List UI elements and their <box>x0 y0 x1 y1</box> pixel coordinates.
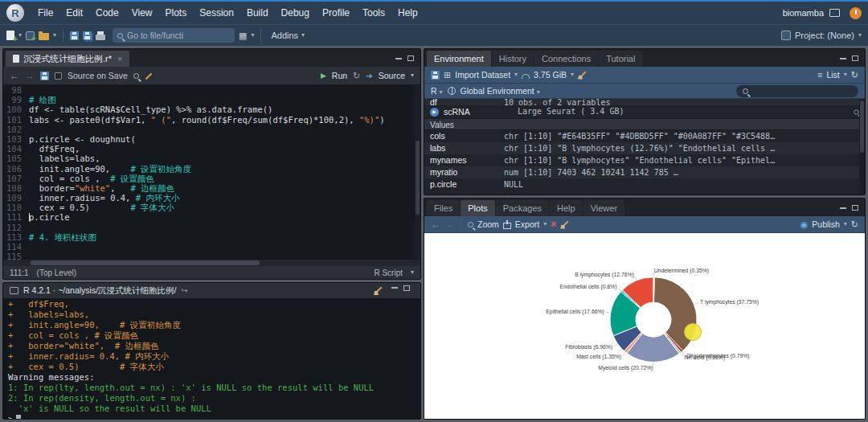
tab-history[interactable]: History <box>492 51 534 67</box>
save-file-icon[interactable] <box>40 72 49 80</box>
close-tab-icon[interactable]: × <box>117 54 122 64</box>
editor-hscrollbar[interactable] <box>3 260 420 266</box>
source-on-save-checkbox[interactable] <box>55 72 62 80</box>
save-workspace-icon[interactable] <box>431 71 440 80</box>
inspect-object-icon[interactable] <box>854 109 858 114</box>
save-icon[interactable] <box>70 31 79 40</box>
power-button[interactable] <box>850 7 862 19</box>
env-row-partial[interactable]: df 10 obs. of 2 variables <box>424 99 865 105</box>
code-line[interactable]: 101labs <- paste0(df$Var1, " (", round(d… <box>3 115 420 125</box>
code-line[interactable]: 115 <box>3 252 420 260</box>
caret-down-icon[interactable]: ▾ <box>411 269 414 276</box>
env-row-scrna[interactable]: ▶ scRNA Large Seurat ( 3.4 GB) <box>424 105 865 118</box>
tab-files[interactable]: Files <box>427 200 460 216</box>
code-editor[interactable]: 9899# 绘图100df <- table(scRNA$Cell_type) … <box>3 85 420 260</box>
scrollbar-thumb[interactable] <box>31 260 260 265</box>
caret-down-icon[interactable]: ▾ <box>844 221 847 227</box>
addins-menu[interactable]: Addins ▾ <box>268 29 308 42</box>
import-dataset-button[interactable]: Import Dataset <box>455 70 510 80</box>
previous-plot-icon[interactable]: ← <box>431 219 440 229</box>
publish-button[interactable]: Publish <box>812 219 839 229</box>
env-row-myratio[interactable]: myrationum [1:10] 7403 462 10241 1142 78… <box>424 166 865 178</box>
code-line[interactable]: 99# 绘图 <box>3 95 420 104</box>
env-row-labs[interactable]: labschr [1:10] "B lymphocytes (12.76%)" … <box>424 142 865 154</box>
open-directory-icon[interactable]: ↪ <box>182 286 188 295</box>
goto-file-box[interactable] <box>113 28 235 43</box>
menu-plots[interactable]: Plots <box>160 5 193 21</box>
code-line[interactable]: 113# 4. 堆积柱状图 <box>3 232 420 242</box>
minimize-pane-icon[interactable] <box>395 58 402 59</box>
menu-session[interactable]: Session <box>194 5 240 21</box>
print-icon[interactable] <box>96 35 105 40</box>
caret-down-icon[interactable]: ▾ <box>844 72 847 78</box>
code-line[interactable]: 111p.circle <box>3 212 420 222</box>
clear-all-plots-icon[interactable] <box>560 220 569 229</box>
expand-object-icon[interactable]: ▶ <box>430 108 439 117</box>
scope-indicator[interactable]: (Top Level) <box>37 268 76 277</box>
tab-viewer[interactable]: Viewer <box>583 200 624 216</box>
code-line[interactable]: 100df <- table(scRNA$Cell_type) %>% as.d… <box>3 104 420 114</box>
menu-help[interactable]: Help <box>392 5 424 21</box>
editor-vscrollbar[interactable] <box>415 85 420 260</box>
run-button[interactable]: Run <box>332 71 347 80</box>
list-view-button[interactable]: List <box>826 70 839 80</box>
remove-plot-icon[interactable]: × <box>551 219 556 229</box>
code-line[interactable]: 106 init.angle=90, # 设置初始角度 <box>3 164 420 174</box>
menu-file[interactable]: File <box>32 5 59 21</box>
tab-source-file[interactable]: 沉浸式统计细胞比例.r* × <box>6 51 129 67</box>
env-row-p.circle[interactable]: p.circleNULL <box>424 178 865 191</box>
open-file-icon[interactable] <box>39 33 49 40</box>
menu-build[interactable]: Build <box>241 5 274 21</box>
caret-down-icon[interactable]: ▾ <box>411 72 414 79</box>
menu-edit[interactable]: Edit <box>60 5 88 21</box>
caret-down-icon[interactable]: ▾ <box>514 72 518 78</box>
menu-view[interactable]: View <box>126 5 158 21</box>
tab-tutorial[interactable]: Tutorial <box>599 51 642 67</box>
tab-environment[interactable]: Environment <box>427 51 491 67</box>
caret-down-icon[interactable]: ▾ <box>858 32 862 39</box>
pane-layout-icon[interactable]: ▦ <box>239 31 247 41</box>
menu-profile[interactable]: Profile <box>317 5 355 21</box>
code-line[interactable]: 108 border="white", # 边框颜色 <box>3 183 420 193</box>
rerun-icon[interactable]: ↻ <box>353 71 360 81</box>
back-icon[interactable]: ← <box>10 71 19 80</box>
environment-scope-selector[interactable]: Global Environment ▾ <box>461 86 540 96</box>
code-line[interactable]: 107 col = cols , # 设置颜色 <box>3 174 420 183</box>
refresh-plot-icon[interactable]: ↻ <box>851 219 858 230</box>
tab-connections[interactable]: Connections <box>534 51 598 67</box>
clear-workspace-icon[interactable] <box>578 71 587 80</box>
caret-down-icon[interactable]: ▾ <box>251 32 254 39</box>
code-line[interactable]: 112 <box>3 223 420 232</box>
minimize-pane-icon[interactable] <box>840 58 846 59</box>
source-button[interactable]: Source <box>379 71 405 80</box>
minimize-pane-icon[interactable] <box>840 207 846 209</box>
clear-console-icon[interactable] <box>374 286 383 295</box>
forward-icon[interactable]: → <box>25 71 35 80</box>
caret-down-icon[interactable]: ▾ <box>543 221 547 227</box>
environment-search-input[interactable] <box>752 87 849 96</box>
tab-help[interactable]: Help <box>550 200 583 216</box>
code-tools-icon[interactable] <box>145 72 154 80</box>
code-line[interactable]: 102 <box>3 125 420 134</box>
menu-debug[interactable]: Debug <box>276 5 315 21</box>
export-button[interactable]: Export <box>515 219 539 229</box>
new-project-icon[interactable] <box>26 31 35 40</box>
code-line[interactable]: 105 labels=labs, <box>3 154 420 163</box>
find-replace-icon[interactable] <box>133 73 139 79</box>
next-plot-icon[interactable]: → <box>444 219 454 229</box>
language-selector[interactable]: R ▾ <box>431 86 443 96</box>
environment-search-box[interactable] <box>736 85 858 97</box>
save-all-icon[interactable] <box>83 31 92 40</box>
environment-vscrollbar[interactable] <box>859 99 865 195</box>
goto-file-input[interactable] <box>127 31 225 40</box>
project-selector[interactable]: Project: (None) <box>795 31 854 40</box>
new-file-icon[interactable] <box>6 31 14 40</box>
scrollbar-thumb[interactable] <box>860 100 864 153</box>
code-line[interactable]: 98 <box>3 85 420 95</box>
menu-tools[interactable]: Tools <box>357 5 391 21</box>
menu-code[interactable]: Code <box>90 5 125 21</box>
scrollbar-thumb[interactable] <box>416 141 420 214</box>
code-line[interactable]: 103p.circle <- doughnut( <box>3 134 420 144</box>
caret-down-icon[interactable]: ▾ <box>18 32 22 39</box>
code-line[interactable]: 110 cex = 0.5) # 字体大小 <box>3 203 420 212</box>
